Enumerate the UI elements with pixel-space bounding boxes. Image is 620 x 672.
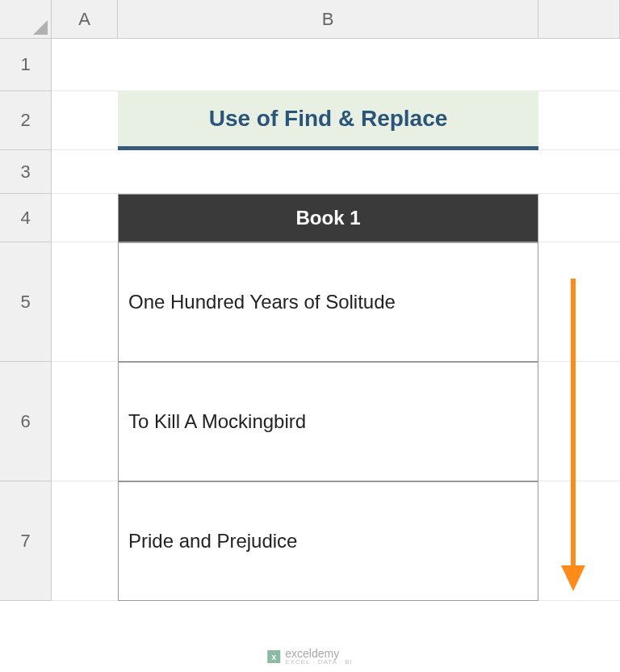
cell-a3[interactable]	[52, 150, 118, 194]
cell-c2[interactable]	[538, 91, 620, 150]
select-all-triangle-icon	[33, 20, 48, 35]
watermark: x exceldemy EXCEL · DATA · BI	[267, 648, 353, 666]
cell-a2[interactable]	[52, 91, 118, 150]
cell-c4[interactable]	[538, 194, 620, 242]
cell-a7[interactable]	[52, 481, 118, 601]
cell-a5[interactable]	[52, 242, 118, 362]
row-header-5[interactable]: 5	[0, 242, 52, 362]
column-header-empty	[538, 0, 620, 39]
cell-a1[interactable]	[52, 39, 118, 91]
row-header-2[interactable]: 2	[0, 91, 52, 150]
spreadsheet-grid: A B 1 2 Use of Find & Replace 3 4 Book 1…	[0, 0, 620, 601]
row-header-7[interactable]: 7	[0, 481, 52, 601]
cell-c3[interactable]	[538, 150, 620, 194]
row-header-1[interactable]: 1	[0, 39, 52, 91]
cell-a4[interactable]	[52, 194, 118, 242]
cell-b3[interactable]	[118, 150, 538, 194]
title-cell[interactable]: Use of Find & Replace	[118, 91, 538, 150]
watermark-tagline: EXCEL · DATA · BI	[285, 659, 353, 666]
row-header-3[interactable]: 3	[0, 150, 52, 194]
down-arrow-annotation	[561, 279, 585, 594]
select-all-corner[interactable]	[0, 0, 52, 39]
arrow-head-icon	[561, 565, 585, 591]
watermark-logo-icon: x	[267, 650, 280, 663]
arrow-shaft-icon	[571, 279, 576, 569]
cell-a6[interactable]	[52, 362, 118, 481]
row-header-6[interactable]: 6	[0, 362, 52, 481]
cell-c1[interactable]	[538, 39, 620, 91]
table-header[interactable]: Book 1	[118, 194, 538, 242]
table-row[interactable]: One Hundred Years of Solitude	[118, 242, 538, 362]
table-row[interactable]: To Kill A Mockingbird	[118, 362, 538, 481]
watermark-brand: exceldemy	[285, 648, 353, 659]
cell-b1[interactable]	[118, 39, 538, 91]
column-header-a[interactable]: A	[52, 0, 118, 39]
table-row[interactable]: Pride and Prejudice	[118, 481, 538, 601]
row-header-4[interactable]: 4	[0, 194, 52, 242]
column-header-b[interactable]: B	[118, 0, 538, 39]
